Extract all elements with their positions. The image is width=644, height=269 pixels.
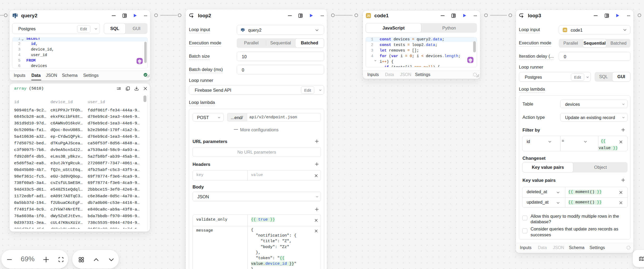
- svg-text:JS: JS: [367, 14, 370, 17]
- svg-text:JS: JS: [564, 29, 566, 31]
